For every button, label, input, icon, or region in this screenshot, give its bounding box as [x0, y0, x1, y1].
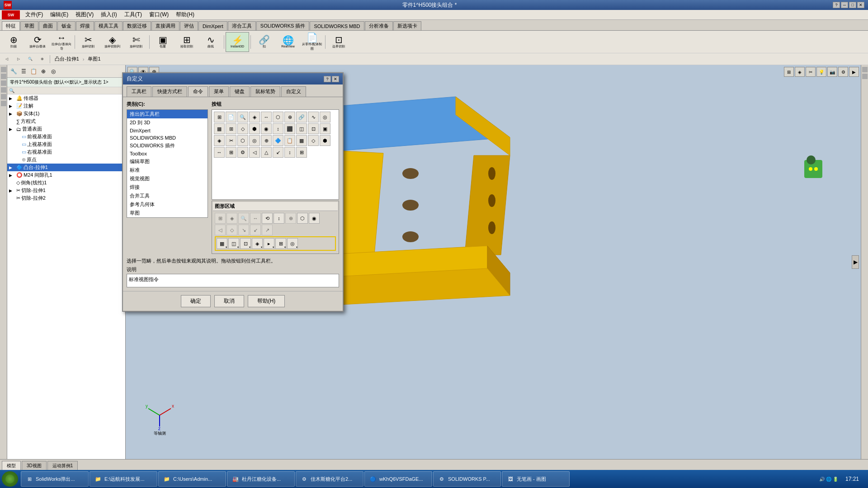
right-icon-2[interactable]: [862, 74, 868, 79]
dialog-help-btn[interactable]: ?: [324, 76, 331, 82]
taskbar-item-3[interactable]: 🏭 杜丹江糖化设备...: [227, 471, 295, 487]
tab-evaluate[interactable]: 评估: [180, 21, 198, 30]
vp-camera-btn[interactable]: 📷: [827, 67, 837, 77]
cmd-btn-29[interactable]: ◇: [308, 135, 319, 146]
tab-direct[interactable]: 直接调用: [151, 21, 179, 30]
cut-sweep-button[interactable]: ✂放样切割: [76, 32, 100, 52]
ga-btn-3[interactable]: 🔍: [238, 213, 249, 224]
ga-btn-11[interactable]: ◇: [226, 225, 237, 235]
customize-dialog[interactable]: 自定义 ? ✕ 工具栏 快捷方式栏 命令 菜单 键盘 鼠标笔势 自定义 类别(C…: [122, 72, 344, 312]
tab-analysis[interactable]: 分析准备: [365, 21, 393, 30]
cmd-btn-12[interactable]: ⊞: [226, 123, 236, 134]
cat-item-toolbox[interactable]: Toolbox: [127, 150, 208, 157]
ga-btn-2[interactable]: ◈: [226, 213, 237, 224]
vp-display-btn[interactable]: ◈: [795, 67, 805, 77]
dialog-help-action-btn[interactable]: 帮助(H): [248, 295, 285, 307]
cmd-btn-6[interactable]: ⬡: [273, 112, 283, 122]
tab-dimxpert[interactable]: DimXpert: [198, 21, 227, 30]
left-icon-2[interactable]: [1, 74, 6, 79]
tree-tool-5[interactable]: ◎: [49, 67, 58, 75]
side-expand-arrow[interactable]: ▶: [852, 255, 859, 269]
cat-item-popular[interactable]: 推出的工具栏: [127, 110, 208, 118]
scan-button[interactable]: ⊕扫描: [2, 32, 25, 52]
tree-item-notes[interactable]: ▶📝注解: [7, 102, 125, 110]
tab-dissolve[interactable]: 溶合工具: [228, 21, 256, 30]
tree-item-sensors[interactable]: ▶🔔传感器: [7, 94, 125, 102]
btab-motion[interactable]: 运动算例1: [47, 461, 78, 470]
cmd-btn-37[interactable]: ↕: [284, 147, 295, 158]
menu-tools[interactable]: 工具(T): [121, 10, 146, 19]
realview-button[interactable]: 🌐RealView: [276, 32, 300, 52]
tree-item-chamfer1[interactable]: ◇倒角(线性)1: [7, 179, 125, 187]
cmd-btn-24[interactable]: ◎: [249, 135, 260, 146]
nav-btn-4[interactable]: ⊕: [37, 55, 47, 64]
tree-item-solid[interactable]: ▶📦实体(1): [7, 110, 125, 117]
cmd-btn-28[interactable]: ▦: [296, 135, 307, 146]
yb-btn-2[interactable]: ◫▾: [228, 238, 239, 249]
tab-surface[interactable]: 曲面: [39, 21, 57, 30]
ga-btn-5[interactable]: ⟲: [262, 213, 273, 224]
dlg-tab-shortcut[interactable]: 快捷方式栏: [152, 86, 187, 97]
cmd-btn-11[interactable]: ▦: [214, 123, 225, 134]
tab-sheetmetal[interactable]: 钣金: [57, 21, 75, 30]
snap-button[interactable]: 🔗扣: [252, 32, 276, 52]
taskbar-item-1[interactable]: 📁 E:\远航科技发展...: [90, 471, 157, 487]
tab-features[interactable]: 特征: [2, 21, 20, 30]
tab-sw-mbd[interactable]: SOLIDWORKS MBD: [310, 21, 364, 30]
cmd-btn-34[interactable]: ◁: [249, 147, 260, 158]
taskbar-item-4[interactable]: ⚙ 佳木斯糖化平台2...: [296, 471, 363, 487]
curve-button[interactable]: ∿曲线: [199, 32, 222, 52]
menu-help[interactable]: 帮助(H): [172, 10, 198, 19]
tab-weld[interactable]: 焊接: [76, 21, 94, 30]
category-list[interactable]: 推出的工具栏 2D 到 3D DimXpert SOLIDWORKS MBD S…: [127, 109, 208, 218]
taskbar-item-5[interactable]: 🔵 wKhQ6VSFDaGE...: [364, 471, 432, 487]
dlg-tab-commands[interactable]: 命令: [188, 86, 208, 97]
cmd-btn-31[interactable]: ↔: [214, 147, 225, 158]
cat-item-drawing[interactable]: 草图: [127, 209, 208, 217]
loft-cut-button[interactable]: ◈放样切割列: [100, 32, 124, 52]
tab-new[interactable]: 新选项卡: [393, 21, 421, 30]
wrap-button[interactable]: ▣包覆: [151, 32, 175, 52]
tree-item-cut1[interactable]: ▶✂切除-拉伸1: [7, 187, 125, 194]
dialog-cancel-btn[interactable]: 取消: [214, 295, 244, 307]
tree-item-origin[interactable]: ⊕原点: [7, 156, 125, 164]
dialog-ok-btn[interactable]: 确定: [181, 295, 211, 307]
tree-item-extrude1[interactable]: ▶🔷凸台-拉伸1: [7, 164, 125, 171]
left-icon-4[interactable]: [1, 87, 6, 93]
tab-sketch[interactable]: 草图: [20, 21, 38, 30]
drawing-button[interactable]: 📄从零件/配体制图: [300, 32, 324, 52]
cmd-btn-2[interactable]: 📄: [226, 112, 236, 122]
cmd-btn-32[interactable]: ⊞: [226, 147, 236, 158]
cmd-btn-35[interactable]: △: [261, 147, 272, 158]
left-icon-1[interactable]: [1, 67, 6, 72]
taskbar-item-0[interactable]: ⊞ SolidWorks弹出...: [21, 471, 89, 487]
nav-btn-3[interactable]: 🔍: [25, 55, 35, 64]
cmd-btn-5[interactable]: ↔: [261, 112, 272, 122]
cat-item-moldtools[interactable]: 合并工具: [127, 192, 208, 200]
cmd-btn-38[interactable]: ⊞: [296, 147, 307, 158]
loft-cut2-button[interactable]: ✄放样切割: [124, 32, 148, 52]
tree-item-right-plane[interactable]: ▭右视基准面: [7, 148, 125, 156]
tree-tool-4[interactable]: ⊕: [39, 67, 48, 75]
btab-model[interactable]: 模型: [2, 461, 21, 470]
dialog-title-bar[interactable]: 自定义 ? ✕: [123, 73, 343, 84]
taskbar-item-2[interactable]: 📁 C:\Users\Admin...: [158, 471, 226, 487]
tree-item-equations[interactable]: ∑方程式: [7, 117, 125, 125]
yb-btn-1[interactable]: ▦▾: [217, 238, 227, 249]
minimize-button[interactable]: ─: [841, 2, 848, 8]
ga-btn-10[interactable]: ◁: [215, 225, 226, 235]
btab-3dview[interactable]: 3D视图: [22, 461, 47, 470]
cmd-btn-27[interactable]: 📋: [284, 135, 295, 146]
ga-btn-12[interactable]: ↘: [238, 225, 249, 235]
left-icon-3[interactable]: [1, 80, 6, 86]
menu-view[interactable]: 视图(V): [72, 10, 97, 19]
cmd-btn-15[interactable]: ◉: [261, 123, 272, 134]
ga-btn-8[interactable]: ⬡: [297, 213, 308, 224]
menu-insert[interactable]: 插入(I): [97, 10, 120, 19]
tree-item-front-plane[interactable]: ▭前视基准面: [7, 133, 125, 141]
cat-item-visual[interactable]: 视觉视图: [127, 174, 208, 183]
taskbar-item-6[interactable]: ⚙ SOLIDWORKS P...: [433, 471, 501, 487]
vp-light-btn[interactable]: 💡: [816, 67, 826, 77]
cmd-btn-22[interactable]: ✂: [226, 135, 236, 146]
cat-item-swmbd[interactable]: SOLIDWORKS MBD: [127, 134, 208, 141]
